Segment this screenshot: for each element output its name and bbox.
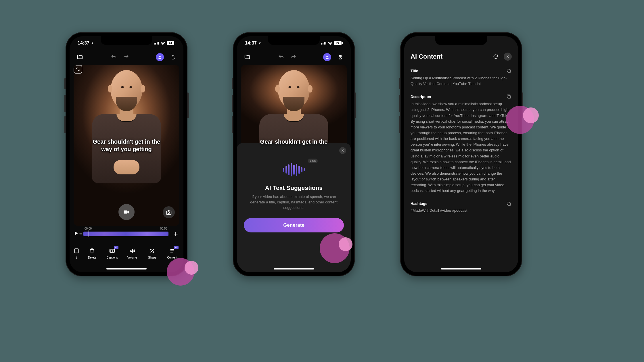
ai-suggestions-sheet: 1min AI Text Suggestions If your video h… <box>237 143 351 272</box>
video-preview[interactable]: Gear shouldn't get in the way of you get… <box>74 65 179 226</box>
page-title: AI Content <box>411 53 442 60</box>
notch <box>101 36 152 45</box>
generate-button[interactable]: Generate <box>244 218 344 232</box>
editor-toolbar <box>237 51 351 64</box>
hashtags-label: Hashtags <box>411 201 428 206</box>
timeline-track[interactable]: 00:00 00:55 <box>83 227 168 241</box>
wifi-icon <box>328 41 333 45</box>
undo-button[interactable] <box>277 53 285 61</box>
close-button[interactable] <box>339 147 346 154</box>
title-label: Title <box>411 69 418 73</box>
location-icon <box>91 42 94 45</box>
play-button[interactable] <box>74 231 80 237</box>
record-video-button[interactable] <box>118 204 135 220</box>
svg-point-3 <box>168 212 170 213</box>
camera-button[interactable] <box>163 206 175 218</box>
tool-cut[interactable]: t <box>73 247 80 259</box>
notch <box>268 36 320 45</box>
ai-content-header: AI Content <box>404 49 518 64</box>
home-indicator[interactable] <box>441 268 481 269</box>
copy-description-button[interactable] <box>506 94 512 99</box>
home-indicator[interactable] <box>106 268 147 269</box>
redo-button[interactable] <box>289 53 297 61</box>
status-time: 14:37 <box>78 41 89 46</box>
video-preview[interactable]: Gear shouldn't get in the <box>241 65 347 149</box>
copy-hashtags-button[interactable] <box>506 201 512 207</box>
undo-button[interactable] <box>110 53 118 61</box>
phone-ai-sheet: 14:37 24 <box>233 32 355 276</box>
tool-shape[interactable]: Shape <box>144 247 160 259</box>
svg-rect-4 <box>74 249 78 253</box>
battery-icon: 24 <box>334 41 343 45</box>
editor-toolbar <box>70 51 183 64</box>
svg-point-6 <box>326 56 328 57</box>
timeline-cursor[interactable] <box>89 230 89 237</box>
time-start: 00:00 <box>85 227 92 230</box>
tool-captions[interactable]: AI Captions <box>104 247 120 259</box>
phone-editor: 14:37 24 <box>66 32 187 276</box>
title-text: Setting Up a Minimalistic Podcast with 2… <box>411 75 512 87</box>
tool-row: t Delete AI Captions Volume Shape <box>70 244 183 263</box>
folder-button[interactable] <box>76 53 84 61</box>
waveform-icon: 1min <box>275 163 313 177</box>
description-label: Description <box>411 95 431 99</box>
status-time: 14:37 <box>245 41 257 46</box>
video-caption: Gear shouldn't get in the way of you get… <box>74 138 179 153</box>
redo-button[interactable] <box>122 53 130 61</box>
expand-button[interactable] <box>74 65 82 74</box>
phone-ai-content: AI Content Title Setting U <box>400 32 522 276</box>
profile-button[interactable] <box>323 53 331 61</box>
sheet-title: AI Text Suggestions <box>244 184 344 191</box>
duration-badge: 1min <box>308 159 318 163</box>
svg-rect-9 <box>508 203 511 205</box>
folder-button[interactable] <box>243 53 251 61</box>
svg-rect-7 <box>508 70 511 72</box>
tool-delete[interactable]: Delete <box>84 247 100 259</box>
profile-button[interactable] <box>156 53 164 61</box>
copy-title-button[interactable] <box>506 68 512 74</box>
location-icon <box>258 42 261 45</box>
signal-icon <box>154 42 159 45</box>
ai-content-body[interactable]: Title Setting Up a Minimalistic Podcast … <box>411 66 512 264</box>
svg-rect-8 <box>508 96 511 98</box>
signal-icon <box>321 42 326 45</box>
video-caption: Gear shouldn't get in the <box>241 138 347 145</box>
svg-rect-1 <box>124 211 127 214</box>
close-button[interactable] <box>504 53 512 61</box>
timeline[interactable]: 00:00 00:55 + <box>74 227 179 241</box>
notch <box>435 36 487 45</box>
wifi-icon <box>160 41 165 45</box>
description-text: In this video, we show you a minimalisti… <box>411 101 512 194</box>
tool-volume[interactable]: Volume <box>124 247 140 259</box>
video-person <box>89 70 164 191</box>
sheet-description: If your video has about a minute of spee… <box>244 194 344 211</box>
battery-icon: 24 <box>167 41 175 45</box>
add-clip-button[interactable]: + <box>172 230 179 238</box>
tool-content[interactable]: AI Content <box>164 247 180 259</box>
share-button[interactable] <box>169 53 177 61</box>
hashtags-text: #MadeWithDetail #video #podcast <box>411 208 512 213</box>
refresh-button[interactable] <box>492 53 500 61</box>
share-button[interactable] <box>336 53 344 61</box>
svg-point-0 <box>159 56 160 57</box>
time-end: 00:55 <box>160 227 167 230</box>
video-person <box>256 70 331 149</box>
home-indicator[interactable] <box>274 268 314 269</box>
